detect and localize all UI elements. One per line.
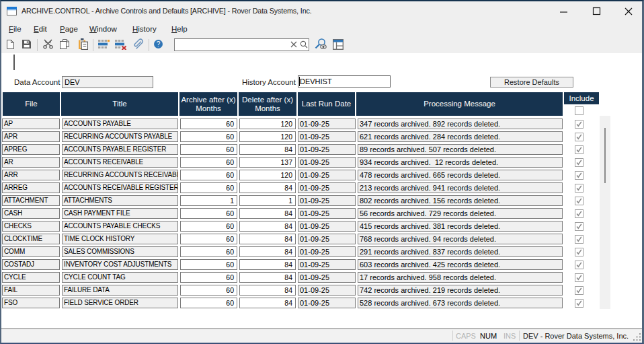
svg-text:?: ? (157, 40, 161, 48)
